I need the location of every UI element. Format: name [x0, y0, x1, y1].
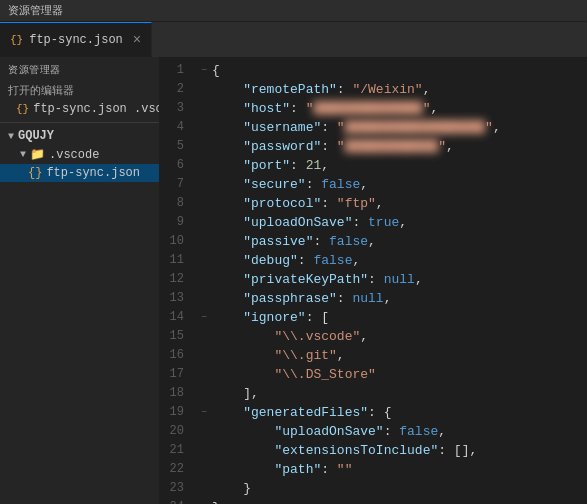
line-content-20: "uploadOnSave": false,: [212, 422, 587, 441]
sidebar-subfolder-vscode[interactable]: ▼ 📁 .vscode: [0, 145, 159, 164]
table-row: 8 "protocol": "ftp",: [160, 194, 587, 213]
line-num-21: 21: [160, 441, 196, 460]
sidebar-recent-file-label: ftp-sync.json .vsco...: [33, 102, 159, 116]
tab-file-icon: {}: [10, 34, 23, 46]
sidebar-item-recent-file[interactable]: {} ftp-sync.json .vsco...: [0, 100, 159, 118]
line-num-3: 3: [160, 99, 196, 118]
line-content-8: "protocol": "ftp",: [212, 194, 587, 213]
sidebar-divider: [0, 122, 159, 123]
sidebar: 资源管理器 打开的编辑器 {} ftp-sync.json .vsco... ▼…: [0, 57, 160, 504]
table-row: 22 "path": "": [160, 460, 587, 479]
sidebar-file-ftp-sync[interactable]: {} ftp-sync.json: [0, 164, 159, 182]
sidebar-active-file-label: ftp-sync.json: [46, 166, 140, 180]
table-row: 9 "uploadOnSave": true,: [160, 213, 587, 232]
line-content-2: "remotePath": "/Weixin",: [212, 80, 587, 99]
line-content-21: "extensionsToInclude": [],: [212, 441, 587, 460]
subfolder-arrow-icon: ▼: [20, 149, 26, 160]
table-row: 13 "passphrase": null,: [160, 289, 587, 308]
line-content-23: }: [212, 479, 587, 498]
line-num-10: 10: [160, 232, 196, 251]
line-num-24: 24: [160, 498, 196, 504]
line-num-4: 4: [160, 118, 196, 137]
line-num-2: 2: [160, 80, 196, 99]
line-num-14: 14: [160, 308, 196, 327]
line-num-12: 12: [160, 270, 196, 289]
table-row: 11 "debug": false,: [160, 251, 587, 270]
table-row: 6 "port": 21,: [160, 156, 587, 175]
table-row: 15 "\\.vscode",: [160, 327, 587, 346]
line-num-19: 19: [160, 403, 196, 422]
vscode-folder-icon: 📁: [30, 147, 45, 162]
tab-label: ftp-sync.json: [29, 33, 123, 47]
line-num-8: 8: [160, 194, 196, 213]
line-num-18: 18: [160, 384, 196, 403]
recent-file-icon: {}: [16, 103, 29, 115]
line-content-13: "passphrase": null,: [212, 289, 587, 308]
line-num-6: 6: [160, 156, 196, 175]
line-content-11: "debug": false,: [212, 251, 587, 270]
active-file-icon: {}: [28, 166, 42, 180]
table-row: 14 − "ignore": [: [160, 308, 587, 327]
table-row: 21 "extensionsToInclude": [],: [160, 441, 587, 460]
line-num-15: 15: [160, 327, 196, 346]
line-num-22: 22: [160, 460, 196, 479]
table-row: 24 }: [160, 498, 587, 504]
line-content-10: "passive": false,: [212, 232, 587, 251]
line-gutter-1[interactable]: −: [196, 61, 212, 80]
tab-close-button[interactable]: ×: [133, 32, 141, 48]
table-row: 7 "secure": false,: [160, 175, 587, 194]
code-lines: 1 − { 2 "remotePath": "/Weixin", 3 "host…: [160, 57, 587, 504]
line-num-11: 11: [160, 251, 196, 270]
line-content-24: }: [212, 498, 587, 504]
line-content-17: "\\.DS_Store": [212, 365, 587, 384]
line-content-6: "port": 21,: [212, 156, 587, 175]
line-content-5: "password": "████████████",: [212, 137, 587, 156]
table-row: 23 }: [160, 479, 587, 498]
table-row: 17 "\\.DS_Store": [160, 365, 587, 384]
top-bar-title: 资源管理器: [8, 3, 63, 18]
tab-bar: {} ftp-sync.json ×: [0, 22, 587, 57]
line-num-23: 23: [160, 479, 196, 498]
table-row: 4 "username": "██████████████████",: [160, 118, 587, 137]
line-content-19: "generatedFiles": {: [212, 403, 587, 422]
line-content-4: "username": "██████████████████",: [212, 118, 587, 137]
line-num-20: 20: [160, 422, 196, 441]
line-num-13: 13: [160, 289, 196, 308]
sidebar-section-title: 资源管理器: [0, 57, 159, 81]
table-row: 10 "passive": false,: [160, 232, 587, 251]
tab-ftp-sync[interactable]: {} ftp-sync.json ×: [0, 22, 152, 57]
line-content-22: "path": "": [212, 460, 587, 479]
main-area: 资源管理器 打开的编辑器 {} ftp-sync.json .vsco... ▼…: [0, 57, 587, 504]
line-content-16: "\\.git",: [212, 346, 587, 365]
line-content-7: "secure": false,: [212, 175, 587, 194]
table-row: 2 "remotePath": "/Weixin",: [160, 80, 587, 99]
table-row: 5 "password": "████████████",: [160, 137, 587, 156]
sidebar-folder-label: GQUJY: [18, 129, 54, 143]
table-row: 19 − "generatedFiles": {: [160, 403, 587, 422]
line-content-15: "\\.vscode",: [212, 327, 587, 346]
line-gutter-19[interactable]: −: [196, 403, 212, 422]
table-row: 20 "uploadOnSave": false,: [160, 422, 587, 441]
line-content-14: "ignore": [: [212, 308, 587, 327]
line-content-18: ],: [212, 384, 587, 403]
table-row: 12 "privateKeyPath": null,: [160, 270, 587, 289]
line-content-9: "uploadOnSave": true,: [212, 213, 587, 232]
line-content-12: "privateKeyPath": null,: [212, 270, 587, 289]
folder-arrow-icon: ▼: [8, 131, 14, 142]
editor[interactable]: 1 − { 2 "remotePath": "/Weixin", 3 "host…: [160, 57, 587, 504]
line-num-5: 5: [160, 137, 196, 156]
line-gutter-14[interactable]: −: [196, 308, 212, 327]
line-num-17: 17: [160, 365, 196, 384]
line-num-7: 7: [160, 175, 196, 194]
line-num-16: 16: [160, 346, 196, 365]
table-row: 18 ],: [160, 384, 587, 403]
line-num-1: 1: [160, 61, 196, 80]
line-num-9: 9: [160, 213, 196, 232]
line-content-1: {: [212, 61, 587, 80]
table-row: 1 − {: [160, 61, 587, 80]
sidebar-folder-gqujy[interactable]: ▼ GQUJY: [0, 127, 159, 145]
sidebar-recent-label: 打开的编辑器: [0, 81, 159, 100]
table-row: 3 "host": "██████████████",: [160, 99, 587, 118]
table-row: 16 "\\.git",: [160, 346, 587, 365]
line-content-3: "host": "██████████████",: [212, 99, 587, 118]
